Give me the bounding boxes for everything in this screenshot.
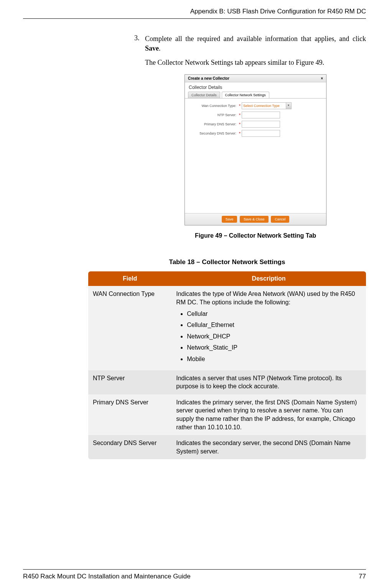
required-marker: * (239, 113, 241, 117)
dialog-body: Wan Connection Type: * Select Connection… (185, 98, 326, 213)
tab-collector-details[interactable]: Collector Details (188, 92, 220, 98)
table-caption: Table 18 – Collector Network Settings (88, 258, 366, 266)
page-footer: R450 Rack Mount DC Installation and Main… (23, 569, 366, 580)
table-row: NTP Server Indicates a server that uses … (88, 370, 366, 394)
table-header-row: Field Description (88, 271, 366, 286)
cell-field: WAN Connection Type (88, 286, 171, 370)
cell-field: NTP Server (88, 370, 171, 394)
row-secondary-dns: Secondary DNS Server: * (188, 130, 323, 137)
input-ntp-server[interactable] (242, 112, 280, 118)
step-text: Complete all the required and available … (145, 34, 366, 53)
cell-description: Indicates the secondary server, the seco… (171, 435, 366, 459)
page-header: Appendix B: USB Flash Drive Configuratio… (0, 0, 389, 18)
required-marker: * (239, 122, 241, 126)
table-row: WAN Connection Type Indicates the type o… (88, 286, 366, 370)
step-text-pre: Complete all the required and available … (145, 35, 366, 43)
footer-doc-title: R450 Rack Mount DC Installation and Main… (23, 573, 191, 580)
chevron-down-icon[interactable]: ▾ (286, 103, 291, 109)
dialog-subtitle: Collector Details (185, 82, 326, 92)
input-secondary-dns[interactable] (242, 130, 280, 137)
label-primary-dns: Primary DNS Server: (188, 122, 238, 126)
list-item: Network_Static_IP (187, 343, 361, 352)
list-item: Cellular_Ethernet (187, 321, 361, 329)
dialog-titlebar: Create a new Collector × (185, 75, 326, 82)
list-item: Mobile (187, 355, 361, 363)
row-wan-connection: Wan Connection Type: * Select Connection… (188, 102, 323, 109)
list-item: Cellular (187, 310, 361, 318)
footer-page-number: 77 (359, 573, 366, 580)
required-marker: * (239, 131, 241, 136)
dialog-tabs: Collector Details Collector Network Sett… (185, 92, 326, 98)
footer-rule (23, 569, 366, 570)
table-collector-network-settings: Field Description WAN Connection Type In… (88, 271, 366, 459)
input-primary-dns[interactable] (242, 121, 280, 128)
option-list: Cellular Cellular_Ethernet Network_DHCP … (187, 310, 361, 363)
tab-collector-network-settings[interactable]: Collector Network Settings (222, 92, 269, 98)
row-primary-dns: Primary DNS Server: * (188, 121, 323, 128)
cell-field: Primary DNS Server (88, 394, 171, 435)
th-description: Description (171, 271, 366, 286)
figure-caption: Figure 49 – Collector Network Setting Ta… (145, 232, 366, 239)
label-wan-connection: Wan Connection Type: (188, 104, 238, 108)
select-wan-connection[interactable]: Select Connection Type ▾ (242, 102, 292, 109)
close-icon[interactable]: × (321, 76, 323, 80)
row-ntp-server: NTP Server: * (188, 112, 323, 118)
cell-description: Indicates the primary server, the first … (171, 394, 366, 435)
step-3: 3. Complete all the required and availab… (134, 34, 366, 53)
step-subtext: The Collector Network Settings tab appea… (145, 59, 366, 67)
select-wan-value: Select Connection Type (243, 104, 280, 108)
th-field: Field (88, 271, 171, 286)
desc-text: Indicates the type of Wide Area Network … (176, 291, 355, 305)
dialog-create-collector: Create a new Collector × Collector Detai… (185, 74, 326, 225)
figure-49: Create a new Collector × Collector Detai… (145, 74, 366, 239)
save-close-button[interactable]: Save & Close (240, 216, 269, 223)
table-row: Secondary DNS Server Indicates the secon… (88, 435, 366, 459)
cancel-button[interactable]: Cancel (271, 216, 289, 223)
cell-description: Indicates a server that uses NTP (Networ… (171, 370, 366, 394)
dialog-title-text: Create a new Collector (188, 76, 229, 80)
required-marker: * (239, 104, 241, 108)
table-row: Primary DNS Server Indicates the primary… (88, 394, 366, 435)
dialog-footer: Save Save & Close Cancel (185, 213, 326, 225)
label-secondary-dns: Secondary DNS Server: (188, 131, 238, 135)
step-text-post: . (159, 44, 161, 52)
step-number: 3. (134, 34, 145, 53)
cell-field: Secondary DNS Server (88, 435, 171, 459)
cell-description: Indicates the type of Wide Area Network … (171, 286, 366, 370)
step-text-bold: Save (145, 44, 159, 52)
save-button[interactable]: Save (222, 216, 237, 223)
label-ntp-server: NTP Server: (188, 113, 238, 117)
list-item: Network_DHCP (187, 332, 361, 341)
